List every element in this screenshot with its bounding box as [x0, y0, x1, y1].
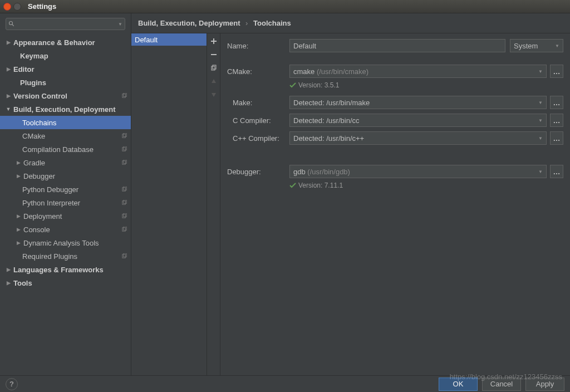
debugger-value: gdb	[293, 168, 306, 176]
tree-appearance-behavior[interactable]: ▶Appearance & Behavior	[0, 36, 131, 49]
svg-rect-17	[123, 227, 126, 230]
tree-version-control[interactable]: ▶Version Control	[0, 89, 131, 102]
toolchain-list: Default	[131, 33, 220, 375]
svg-rect-14	[122, 214, 125, 217]
tree-required-plugins[interactable]: Required Plugins	[0, 249, 131, 263]
cmake-browse-button[interactable]: …	[550, 65, 563, 78]
breadcrumb: Build, Execution, Deployment › Toolchain…	[131, 13, 570, 33]
cmake-path: (/usr/bin/cmake)	[317, 67, 368, 76]
svg-rect-22	[211, 54, 217, 55]
cmake-version-text: Version: 3.5.1	[298, 81, 339, 89]
svg-rect-23	[212, 66, 215, 70]
chevron-down-icon: ▼	[538, 169, 543, 174]
window-close-button[interactable]	[3, 3, 11, 11]
toolchain-list-items: Default	[131, 33, 207, 375]
cc-browse-button[interactable]: …	[550, 114, 563, 127]
tree-editor[interactable]: ▶Editor	[0, 62, 131, 76]
help-button[interactable]: ?	[6, 378, 18, 390]
cc-label: C Compiler:	[227, 116, 289, 125]
main-body: Default Name:	[131, 33, 570, 375]
svg-rect-5	[123, 133, 126, 136]
tree-compilation-db[interactable]: Compilation Database	[0, 143, 131, 156]
tree-plugins[interactable]: Plugins	[0, 76, 131, 89]
move-up-button[interactable]	[208, 75, 220, 88]
bottom-bar: ? OK Cancel Apply	[0, 375, 570, 392]
settings-tree: ▶Appearance & Behavior Keymap ▶Editor Pl…	[0, 32, 131, 293]
svg-rect-16	[122, 227, 125, 231]
content: ▼ ▶Appearance & Behavior Keymap ▶Editor …	[0, 13, 570, 375]
copy-button[interactable]	[208, 61, 220, 75]
tree-build-exec-deploy[interactable]: ▼Build, Execution, Deployment	[0, 102, 131, 116]
toolchain-list-buttons	[207, 33, 220, 375]
make-label: Make:	[227, 99, 289, 107]
ok-button[interactable]: OK	[439, 378, 478, 391]
svg-rect-13	[123, 200, 126, 203]
toolchain-type-select[interactable]: System ▼	[510, 39, 563, 52]
check-icon	[289, 182, 296, 189]
svg-rect-12	[122, 200, 125, 204]
cmake-select[interactable]: cmake (/usr/bin/cmake) ▼	[289, 65, 547, 78]
cc-select[interactable]: Detected: /usr/bin/cc ▼	[289, 114, 547, 127]
tree-cmake[interactable]: CMake	[0, 129, 131, 143]
tree-python-debugger[interactable]: Python Debugger	[0, 183, 131, 196]
svg-point-0	[9, 22, 13, 25]
debugger-version-text: Version: 7.11.1	[298, 182, 343, 189]
cxx-label: C++ Compiler:	[227, 134, 289, 143]
cancel-button[interactable]: Cancel	[482, 378, 521, 391]
svg-rect-3	[123, 93, 126, 96]
tree-gradle[interactable]: ▶Gradle	[0, 156, 131, 169]
svg-rect-10	[122, 187, 125, 190]
tree-languages-frameworks[interactable]: ▶Languages & Frameworks	[0, 263, 131, 276]
chevron-down-icon: ▼	[538, 100, 543, 105]
window-title: Settings	[28, 2, 56, 11]
tree-dynamic-analysis[interactable]: ▶Dynamic Analysis Tools	[0, 236, 131, 249]
toolchain-item-label: Default	[135, 36, 158, 44]
tree-python-interpreter[interactable]: Python Interpreter	[0, 196, 131, 209]
tree-debugger[interactable]: ▶Debugger	[0, 169, 131, 183]
cmake-version: Version: 3.5.1	[289, 81, 563, 89]
debugger-version: Version: 7.11.1	[289, 182, 563, 189]
cc-value: Detected: /usr/bin/cc	[293, 116, 360, 125]
make-browse-button[interactable]: …	[550, 96, 563, 109]
main-panel: Build, Execution, Deployment › Toolchain…	[131, 13, 570, 375]
tree-keymap[interactable]: Keymap	[0, 49, 131, 62]
name-field[interactable]	[293, 42, 502, 50]
toolchain-form: Name: System ▼ CMake: cmake (/usr/bin/cm…	[220, 33, 570, 375]
per-project-icon	[121, 253, 127, 259]
search-icon	[8, 21, 15, 27]
name-input[interactable]	[289, 39, 505, 52]
per-project-icon	[121, 186, 127, 193]
debugger-browse-button[interactable]: …	[550, 165, 563, 178]
search-input[interactable]	[17, 20, 118, 28]
per-project-icon	[121, 146, 127, 153]
cmake-value: cmake	[293, 67, 315, 76]
debugger-select[interactable]: gdb (/usr/bin/gdb) ▼	[289, 165, 547, 178]
svg-rect-7	[123, 146, 126, 150]
window-minimize-button[interactable]	[13, 3, 21, 11]
svg-rect-21	[211, 41, 217, 42]
make-select[interactable]: Detected: /usr/bin/make ▼	[289, 96, 547, 109]
tree-toolchains[interactable]: Toolchains	[0, 116, 131, 129]
svg-rect-2	[122, 94, 125, 97]
tree-tools[interactable]: ▶Tools	[0, 276, 131, 290]
cxx-browse-button[interactable]: …	[550, 131, 563, 145]
breadcrumb-part: Toolchains	[253, 19, 291, 27]
cxx-value: Detected: /usr/bin/c++	[293, 134, 364, 143]
svg-rect-6	[122, 147, 125, 150]
toolchain-item-default[interactable]: Default	[131, 33, 207, 46]
svg-rect-18	[122, 254, 125, 257]
tree-deployment[interactable]: ▶Deployment	[0, 209, 131, 223]
tree-console[interactable]: ▶Console	[0, 223, 131, 236]
breadcrumb-part[interactable]: Build, Execution, Deployment	[138, 19, 240, 27]
move-down-button[interactable]	[208, 88, 220, 101]
remove-button[interactable]	[208, 48, 220, 61]
svg-rect-19	[123, 253, 126, 257]
svg-rect-9	[123, 160, 126, 163]
search-box[interactable]: ▼	[6, 18, 125, 30]
apply-button[interactable]: Apply	[525, 378, 564, 391]
chevron-down-icon: ▼	[555, 43, 559, 48]
chevron-down-icon[interactable]: ▼	[118, 22, 122, 27]
cxx-select[interactable]: Detected: /usr/bin/c++ ▼	[289, 131, 547, 145]
debugger-label: Debugger:	[227, 168, 289, 176]
add-button[interactable]	[208, 35, 220, 48]
